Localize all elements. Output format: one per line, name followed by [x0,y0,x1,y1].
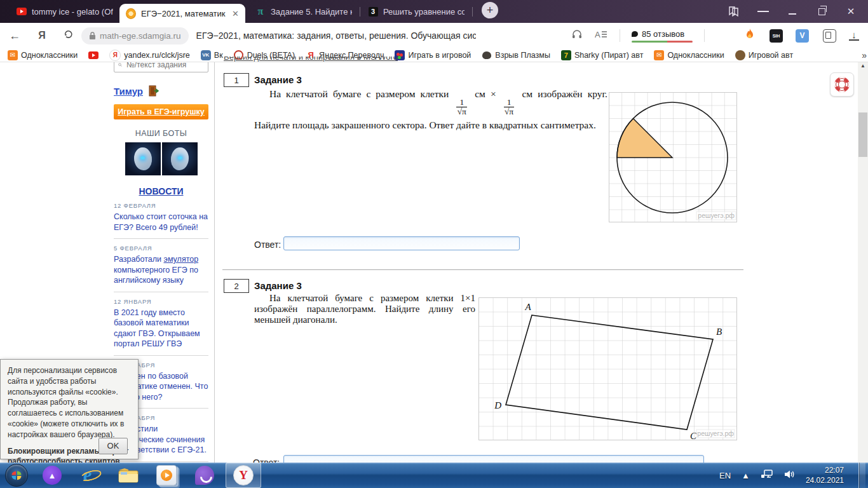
close-button[interactable]: ✕ [845,6,857,17]
news-item[interactable]: 12 ФЕВРАЛЯ Сколько стоит соточка на ЕГЭ?… [114,202,208,233]
windows-start-icon [5,464,28,487]
task-number-box[interactable]: 1 [224,73,249,87]
browser-titlebar: tommy ice - gelato (Officia ЕГЭ−2021, ма… [0,0,868,23]
window-controls: ✕ [728,6,868,17]
help-lifebuoy-button[interactable] [830,72,854,97]
menu-icon[interactable] [757,6,769,17]
taskbar-media-player[interactable] [147,463,186,488]
yandex-icon[interactable]: Я [29,30,55,41]
downloads-icon[interactable]: ↓ [849,30,859,41]
network-icon[interactable] [761,469,773,482]
news-item[interactable]: 5 ФЕВРАЛЯ Разработали эмулятор компьютер… [114,245,208,286]
reviews-widget[interactable]: 85 отзывов [632,29,693,43]
fraction: 1√π [504,98,515,116]
viber-icon [195,466,214,485]
tab-task5[interactable]: π Задание 5. Найдите корен [249,0,358,23]
rating-bar [632,41,693,43]
news-link[interactable]: эмулятор [164,255,199,264]
task-search-box[interactable] [114,62,208,72]
bookmark-odnoklassniki-2[interactable]: ✉ Одноклассники [654,50,724,60]
back-icon[interactable]: ← [0,29,29,43]
paw-icon [482,50,492,60]
cookie-text: Для персонализации сервисов сайта и удоб… [8,365,131,440]
task-text: На клетчатой бумаге с размером клетки 1×… [254,293,475,325]
cookie-notice: Для персонализации сервисов сайта и удоб… [0,359,139,459]
user-row: Тимур [114,85,208,97]
print-version-link[interactable]: Версия для печати и копирования в MS Wor… [224,57,460,62]
extension-icon[interactable] [823,29,836,43]
robot-image[interactable] [162,142,198,175]
cookie-ok-button[interactable]: OK [98,438,128,454]
bookmark-odnoklassniki[interactable]: ✉ Одноклассники [8,50,78,60]
mail-icon: ✉ [8,50,18,60]
task-number-box[interactable]: 2 [224,279,249,293]
bookmark-sharky[interactable]: 7 Sharky (Пират) авт [561,50,644,60]
restore-button[interactable] [816,6,827,17]
news-item[interactable]: 12 ЯНВАРЯ В 2021 году вместо базовой мат… [114,298,208,349]
adguard-fire-icon[interactable] [736,28,763,44]
address-bar: ← Я math-ege.sdamgia.ru ЕГЭ−2021, матема… [0,23,868,48]
new-tab-button[interactable]: + [482,2,498,18]
v-extension-icon[interactable]: V [796,29,809,43]
bookmark-youtube[interactable] [88,51,98,59]
divider [620,29,620,42]
tab-separator [360,7,360,17]
start-button[interactable] [0,463,33,488]
sih-extension-icon[interactable]: SIH [770,29,783,43]
folder-icon [118,466,139,484]
language-indicator[interactable]: EN [719,471,731,480]
bookmark-yandex-link[interactable]: Я yandex.ru/clck/jsre [109,50,190,61]
tab-close-icon[interactable]: ✕ [231,9,239,18]
bookmark-slots[interactable]: Игровой авт [735,50,793,60]
minimize-button[interactable] [787,6,798,17]
tabs-panel-icon[interactable] [728,6,740,17]
robot-image[interactable] [125,142,161,175]
ege-game-button[interactable]: Играть в ЕГЭ-игрушку [114,104,208,119]
show-desktop-button[interactable] [858,463,865,488]
reload-icon[interactable] [55,29,81,43]
tab-equation[interactable]: 3 Решить уравнение cos Пх [362,0,471,23]
page-scrollbar[interactable]: ▲ [858,62,868,463]
sharky-icon: 7 [561,50,571,60]
page-title: ЕГЭ−2021, математика: задания, ответы, р… [196,30,476,41]
task-text: На клетчатой бумаге с размером клетки 1√… [254,85,607,133]
screen: tommy ice - gelato (Officia ЕГЭ−2021, ма… [0,0,868,488]
url-pill[interactable]: math-ege.sdamgia.ru [81,27,189,44]
bookmark-plasma[interactable]: Взрыв Плазмы [482,50,550,60]
url-text: math-ege.sdamgia.ru [100,31,181,41]
reader-mode-icon[interactable]: A [589,29,613,43]
mail-icon: ✉ [654,50,664,60]
tab-title: Решить уравнение cos Пх [383,7,465,17]
bookmarks-overflow-icon[interactable]: » [862,50,867,60]
taskbar-alice[interactable]: ▲ [33,463,71,488]
logout-door-icon[interactable] [148,85,159,97]
taskbar-viber[interactable] [186,463,224,488]
task-heading: Задание 3 [254,280,302,291]
search-icon [118,62,122,69]
news-heading[interactable]: НОВОСТИ [114,186,208,196]
hidden-icons-chevron[interactable]: ▲ [742,471,750,480]
taskbar-internet-explorer[interactable]: e [71,463,109,488]
tab-youtube[interactable]: tommy ice - gelato (Officia [10,0,119,23]
headphones-icon[interactable] [565,29,589,43]
system-tray: EN ▲ 22:07 24.02.2021 [719,463,868,488]
taskbar-yandex-browser-active[interactable]: Y [224,463,263,488]
internet-explorer-icon: e [79,465,101,485]
answer-label: Ответ: [254,240,281,250]
bookmark-vk[interactable]: VK Вк [201,50,223,60]
tab-sdamgia-active[interactable]: ЕГЭ−2021, математика: ✕ [119,4,245,23]
parallelogram-figure: A B C D решуегэ.рф [478,297,737,443]
taskbar-explorer[interactable] [109,463,147,488]
reviews-count: 85 отзывов [642,29,684,39]
username-link[interactable]: Тимур [114,86,143,97]
vertex-label-b: B [716,327,722,337]
taskbar-clock[interactable]: 22:07 24.02.2021 [806,465,844,485]
volume-icon[interactable] [784,470,795,482]
divider [704,29,705,42]
answer-input-1[interactable] [283,236,520,250]
scrollbar-thumb[interactable] [858,112,867,157]
scroll-up-icon[interactable]: ▲ [858,63,868,69]
watermark: решуегэ.рф [698,212,735,219]
search-input[interactable] [125,62,204,70]
sdamgia-lemon-icon [126,8,136,18]
